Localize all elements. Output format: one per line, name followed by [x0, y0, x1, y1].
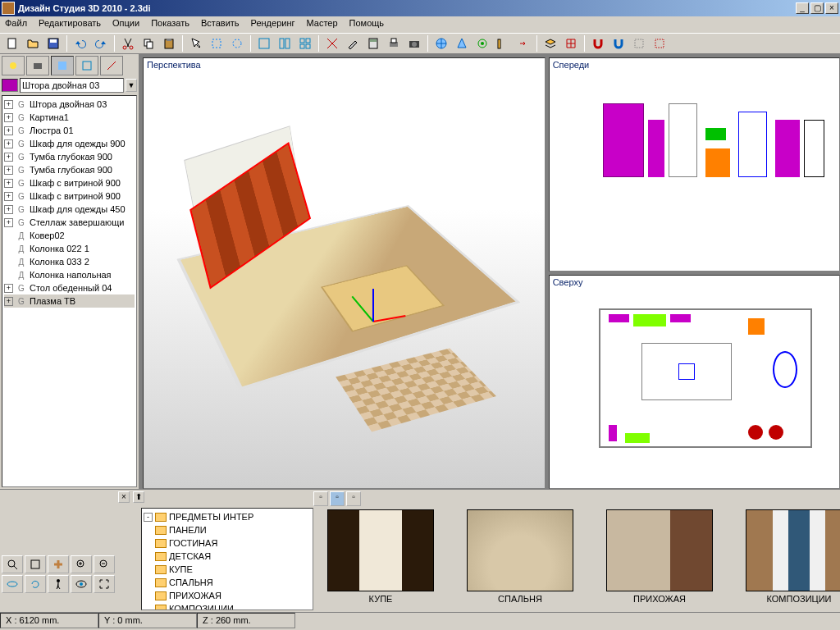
tb-ruler[interactable] [494, 34, 512, 52]
catalog-thumbnail[interactable]: КОМПОЗИЦИИ [742, 509, 840, 609]
tb-magnet1[interactable] [589, 34, 607, 52]
tree-item[interactable]: +GШкаф для одежды 450 [4, 203, 135, 216]
expand-icon[interactable]: + [4, 166, 13, 175]
viewport-front[interactable]: Спереди [549, 57, 840, 272]
tb-open[interactable] [24, 34, 42, 52]
menu-help[interactable]: Помощь [349, 18, 385, 31]
nav-walk[interactable] [48, 575, 69, 593]
close-button[interactable]: × [825, 2, 838, 14]
catalog-tree-item[interactable]: СПАЛЬНЯ [144, 576, 311, 589]
tb-magnet2[interactable] [609, 34, 628, 52]
expand-icon[interactable] [144, 526, 153, 535]
catalog-thumbnail[interactable]: КУПЕ [323, 509, 438, 609]
tb-new[interactable] [3, 34, 21, 52]
expand-icon[interactable]: + [4, 139, 13, 148]
tree-item[interactable]: +GЛюстра 01 [4, 124, 135, 137]
tb-redo[interactable] [92, 34, 110, 52]
transform-gizmo[interactable] [340, 288, 406, 354]
color-chip[interactable] [2, 79, 18, 92]
tree-item[interactable]: +GСтеллаж завершающи [4, 216, 135, 229]
tb-view4[interactable] [296, 34, 314, 52]
tree-item[interactable]: +GШкаф для одежды 900 [4, 137, 135, 150]
tb-copy[interactable] [139, 34, 158, 52]
nav-orbit[interactable] [2, 575, 23, 593]
tree-item[interactable]: +GСтол обеденный 04 [4, 281, 135, 294]
tb-cut[interactable] [119, 34, 137, 52]
viewmode-1[interactable]: ▫ [313, 491, 328, 506]
catalog-thumbnail[interactable]: СПАЛЬНЯ [463, 509, 578, 609]
menu-master[interactable]: Мастер [307, 18, 338, 31]
tb-snap1[interactable] [630, 34, 648, 52]
expand-icon[interactable] [4, 271, 13, 280]
nav-look[interactable] [71, 575, 92, 593]
nav-pan[interactable] [48, 555, 69, 573]
nav-rotate[interactable] [25, 575, 46, 593]
catalog-up[interactable]: ⬆ [133, 491, 144, 503]
tb-save[interactable] [44, 34, 62, 52]
expand-icon[interactable]: + [4, 218, 13, 227]
tb-view2[interactable] [276, 34, 294, 52]
tree-item[interactable]: +GТумба глубокая 900 [4, 163, 135, 176]
expand-icon[interactable] [144, 578, 153, 587]
tb-calc[interactable] [364, 34, 382, 52]
expand-icon[interactable]: - [144, 513, 153, 522]
tree-item[interactable]: ДКолонка напольная [4, 268, 135, 281]
tree-item[interactable]: ДКовер02 [4, 229, 135, 242]
maximize-button[interactable]: ▢ [810, 2, 824, 14]
expand-icon[interactable]: + [4, 179, 13, 188]
tb-scissors[interactable] [323, 34, 341, 52]
tb-layer[interactable] [541, 34, 559, 52]
expand-icon[interactable] [144, 539, 153, 548]
minimize-button[interactable]: _ [796, 2, 809, 14]
expand-icon[interactable]: + [4, 205, 13, 214]
expand-icon[interactable] [144, 591, 153, 600]
tb-select[interactable] [187, 34, 205, 52]
tree-item[interactable]: ДКолонка 033 2 [4, 255, 135, 268]
mode-scene[interactable] [51, 56, 74, 75]
mode-camera[interactable] [26, 56, 49, 75]
expand-icon[interactable]: + [4, 113, 13, 122]
tb-paste[interactable] [160, 34, 178, 52]
catalog-tree[interactable]: -ПРЕДМЕТЫ ИНТЕРПАНЕЛИГОСТИНАЯДЕТСКАЯКУПЕ… [141, 508, 313, 610]
expand-icon[interactable]: + [4, 284, 13, 293]
tree-item[interactable]: ДКолонка 022 1 [4, 242, 135, 255]
tb-undo[interactable] [71, 34, 89, 52]
mode-measure[interactable] [100, 56, 123, 75]
expand-icon[interactable] [144, 565, 153, 574]
catalog-tree-item[interactable]: -ПРЕДМЕТЫ ИНТЕР [144, 510, 311, 523]
tb-view1[interactable] [255, 34, 273, 52]
nav-zoom-extents[interactable] [2, 555, 23, 573]
nav-zoom-in[interactable] [71, 555, 92, 573]
nav-zoom-window[interactable] [25, 555, 46, 573]
menu-options[interactable]: Опции [112, 18, 139, 31]
tree-item[interactable]: +GПлазма ТВ [4, 294, 135, 308]
menu-edit[interactable]: Редактировать [39, 18, 101, 31]
tree-item[interactable]: +GШкаф с витриной 900 [4, 176, 135, 189]
expand-icon[interactable] [4, 258, 13, 267]
tb-camera[interactable] [405, 34, 423, 52]
tree-item[interactable]: +GКартина1 [4, 111, 135, 124]
catalog-tree-item[interactable]: ГОСТИНАЯ [144, 536, 311, 550]
catalog-tree-item[interactable]: КУПЕ [144, 563, 311, 576]
object-selector[interactable]: Штора двойная 03 [20, 78, 124, 93]
menu-insert[interactable]: Вставить [201, 18, 240, 31]
menu-show[interactable]: Показать [151, 18, 189, 31]
catalog-tree-item[interactable]: КОМПОЗИЦИИ [144, 602, 311, 610]
tree-item[interactable]: +GШтора двойная 03 [4, 98, 135, 111]
scene-tree[interactable]: +GШтора двойная 03+GКартина1+GЛюстра 01+… [2, 95, 137, 487]
mode-light[interactable] [2, 56, 25, 75]
expand-icon[interactable]: + [4, 153, 13, 162]
viewmode-3[interactable]: ▫ [346, 491, 361, 506]
tb-print[interactable] [385, 34, 403, 52]
expand-icon[interactable]: + [4, 297, 13, 306]
selector-dropdown-arrow[interactable]: ▼ [126, 79, 137, 92]
tb-arrow[interactable] [514, 34, 532, 52]
tb-grid[interactable] [562, 34, 580, 52]
tb-circle[interactable] [228, 34, 246, 52]
expand-icon[interactable]: + [4, 192, 13, 201]
expand-icon[interactable] [4, 244, 13, 253]
tb-knife[interactable] [344, 34, 362, 52]
tb-target[interactable] [473, 34, 491, 52]
expand-icon[interactable]: + [4, 126, 13, 135]
menu-file[interactable]: Файл [5, 18, 27, 31]
